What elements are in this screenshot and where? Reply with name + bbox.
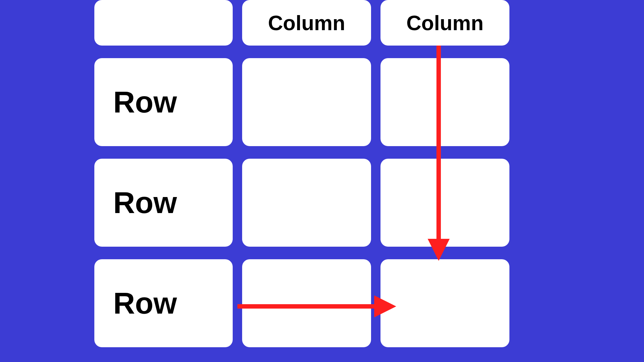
data-cell-2-2 <box>242 159 371 247</box>
data-cell-1-3 <box>380 58 509 146</box>
data-cell-2-3 <box>380 159 509 247</box>
header-cell-empty <box>94 0 233 46</box>
row-header-1: Row <box>94 58 233 146</box>
data-cell-3-3 <box>380 259 509 347</box>
row-label-2: Row <box>94 185 177 220</box>
body-row-3: Row <box>94 259 516 347</box>
row-header-2: Row <box>94 159 233 247</box>
row-label-1: Row <box>94 85 177 119</box>
header-label-2: Column <box>268 11 345 35</box>
row-header-3: Row <box>94 259 233 347</box>
header-cell-col2: Column <box>242 0 371 46</box>
table-grid: Column Column Row Row Row <box>94 0 516 347</box>
header-cell-col3: Column <box>380 0 509 46</box>
body-row-1: Row <box>94 58 516 146</box>
header-label-3: Column <box>406 11 484 35</box>
row-label-3: Row <box>94 286 177 321</box>
header-row: Column Column <box>94 0 516 46</box>
body-row-2: Row <box>94 159 516 247</box>
data-cell-3-2 <box>242 259 371 347</box>
data-cell-1-2 <box>242 58 371 146</box>
